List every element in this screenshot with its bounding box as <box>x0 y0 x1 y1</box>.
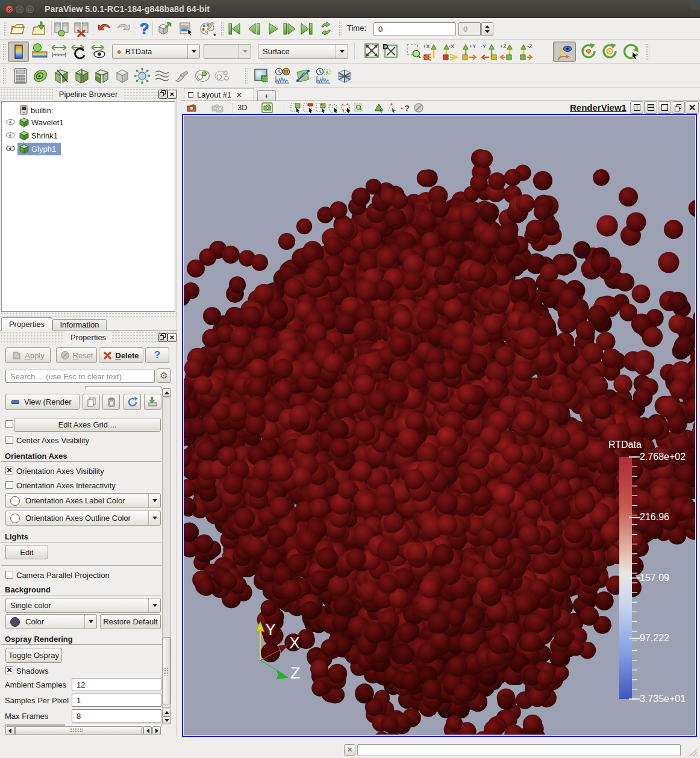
svg-text:X: X <box>289 634 300 652</box>
svg-text:-Y: -Y <box>481 43 486 49</box>
svg-text:-X: -X <box>449 43 454 49</box>
svg-text:Z: Z <box>290 664 301 682</box>
svg-text:?: ? <box>404 103 410 113</box>
svg-text:+X: +X <box>423 43 430 49</box>
svg-text:+Z: +Z <box>500 43 507 49</box>
svg-text:D: D <box>383 42 388 51</box>
svg-text:+Y: +Y <box>469 43 476 49</box>
svg-text:-Z: -Z <box>527 43 533 49</box>
svg-text:Y: Y <box>265 621 276 639</box>
